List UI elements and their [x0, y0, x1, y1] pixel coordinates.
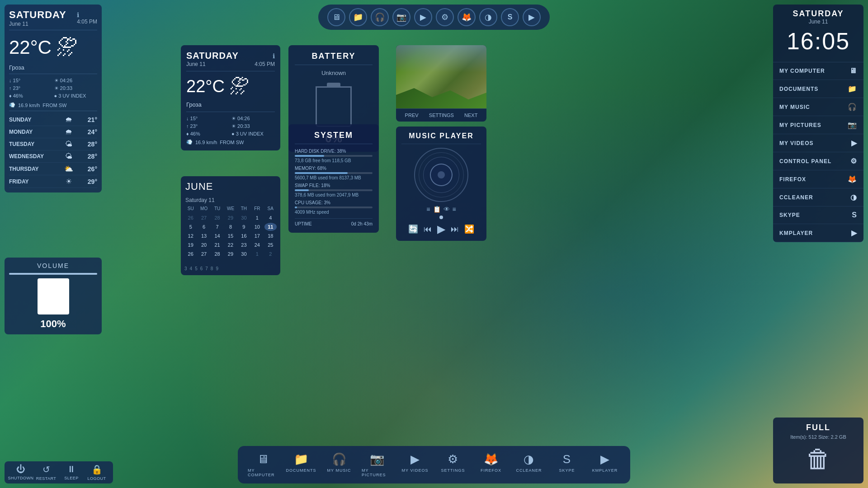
- music-list-btn[interactable]: 📋: [433, 206, 441, 213]
- music-eq-btn[interactable]: ≡: [426, 206, 430, 213]
- top-video-btn[interactable]: ▶: [414, 8, 432, 26]
- right-menu: MY COMPUTER🖥DOCUMENTS📁MY MUSIC🎧MY PICTUR…: [773, 62, 863, 242]
- music-prev-btn[interactable]: ⏮: [424, 225, 432, 234]
- calendar-day[interactable]: 10: [251, 223, 263, 231]
- left-weather-icon: ⛈: [56, 35, 78, 60]
- swap-bar: [295, 189, 373, 191]
- bottom-btn-my-pictures[interactable]: 📷MY PICTURES: [359, 450, 395, 480]
- music-more-btn[interactable]: ≡: [453, 206, 456, 213]
- calendar-day[interactable]: 29: [224, 250, 236, 258]
- day-su: SU: [184, 205, 197, 212]
- right-menu-item-ccleaner[interactable]: CCLEANER◑: [773, 188, 863, 206]
- calendar-day[interactable]: 1: [251, 214, 263, 222]
- calendar-day[interactable]: 27: [198, 214, 210, 222]
- photo-settings-btn[interactable]: SETTINGS: [429, 113, 454, 118]
- music-next-btn[interactable]: ⏭: [451, 225, 459, 234]
- calendar-day[interactable]: 5: [184, 223, 197, 231]
- bottom-btn-skype[interactable]: SSKYPE: [549, 450, 585, 480]
- calendar-day[interactable]: 21: [211, 241, 223, 249]
- top-kmplayer-btn[interactable]: ▶: [523, 8, 541, 26]
- right-menu-icon: ▶: [851, 229, 857, 237]
- bottom-btn-my-videos[interactable]: ▶MY VIDEOS: [397, 450, 433, 480]
- top-firefox-btn[interactable]: 🦊: [458, 8, 476, 26]
- calendar-day[interactable]: 24: [251, 241, 263, 249]
- calendar-day[interactable]: 26: [184, 214, 197, 222]
- calendar-day[interactable]: 28: [211, 250, 223, 258]
- bottom-btn-ccleaner[interactable]: ◑CCLEANER: [511, 450, 547, 480]
- calendar-day[interactable]: 28: [211, 214, 223, 222]
- bottom-btn-icon-my-pictures: 📷: [370, 452, 385, 466]
- right-menu-item-firefox[interactable]: FIREFOX🦊: [773, 170, 863, 188]
- bottom-btn-my-music[interactable]: 🎧MY MUSIC: [321, 450, 357, 480]
- sys-btn-logout[interactable]: 🔒LOGOUT: [85, 464, 108, 481]
- calendar-day[interactable]: 19: [184, 241, 197, 249]
- right-menu-item-my-computer[interactable]: MY COMPUTER🖥: [773, 62, 863, 80]
- calendar-day[interactable]: 16: [238, 232, 250, 240]
- bottom-btn-my-computer[interactable]: 🖥MY COMPUTER: [245, 450, 281, 480]
- w2-date: June 11: [186, 61, 206, 67]
- bottom-btn-settings[interactable]: ⚙SETTINGS: [435, 450, 471, 480]
- calendar-day[interactable]: 2: [264, 250, 277, 258]
- sunrise: ☀ 04:26: [54, 78, 98, 84]
- right-menu-label: DOCUMENTS: [779, 86, 818, 92]
- calendar-day[interactable]: 25: [264, 241, 277, 249]
- calendar-day[interactable]: 20: [198, 241, 210, 249]
- calendar-day[interactable]: 23: [238, 241, 250, 249]
- w2-info-icon[interactable]: ℹ: [273, 52, 275, 60]
- calendar-day[interactable]: 29: [224, 214, 236, 222]
- calendar-day[interactable]: 27: [198, 250, 210, 258]
- bottom-btn-label-skype: SKYPE: [559, 468, 575, 473]
- right-menu-item-documents[interactable]: DOCUMENTS📁: [773, 80, 863, 98]
- right-menu-item-my-videos[interactable]: MY VIDEOS▶: [773, 134, 863, 152]
- calendar-day[interactable]: 18: [264, 232, 277, 240]
- calendar-day[interactable]: 30: [238, 214, 250, 222]
- right-menu-label: KMPLAYER: [779, 230, 813, 236]
- volume-bar-container[interactable]: [9, 273, 97, 275]
- right-menu-item-my-pictures[interactable]: MY PICTURES📷: [773, 116, 863, 134]
- calendar-day[interactable]: 7: [211, 223, 223, 231]
- top-ccleaner-btn[interactable]: ◑: [479, 8, 497, 26]
- top-camera-btn[interactable]: 📷: [392, 8, 410, 26]
- right-menu-item-skype[interactable]: SKYPES: [773, 206, 863, 224]
- photo-next-btn[interactable]: NEXT: [464, 113, 477, 118]
- calendar-day[interactable]: 6: [198, 223, 210, 231]
- music-visual-btn[interactable]: 👁: [443, 206, 450, 213]
- uptime-row: UPTIME 0d 2h 43m: [295, 218, 373, 226]
- mem-bar-fill: [295, 172, 348, 174]
- music-icon-row: ≡ 📋 👁 ≡: [401, 206, 481, 213]
- right-menu-item-control-panel[interactable]: CONTROL PANEL⚙: [773, 152, 863, 170]
- top-settings-btn[interactable]: ⚙: [436, 8, 454, 26]
- calendar-day[interactable]: 17: [251, 232, 263, 240]
- calendar-day[interactable]: 9: [238, 223, 250, 231]
- sys-btn-sleep[interactable]: ⏸SLEEP: [60, 464, 83, 481]
- left-weather-time: 4:05 PM: [77, 19, 97, 25]
- bottom-btn-documents[interactable]: 📁DOCUMENTS: [283, 450, 319, 480]
- bottom-btn-firefox[interactable]: 🦊FIREFOX: [473, 450, 509, 480]
- sys-btn-shutdown[interactable]: ⏻SHUTDOWN: [9, 464, 33, 481]
- right-menu-item-kmplayer[interactable]: KMPLAYER▶: [773, 224, 863, 242]
- calendar-day[interactable]: 8: [224, 223, 236, 231]
- calendar-day[interactable]: 4: [264, 214, 277, 222]
- calendar-day[interactable]: 14: [211, 232, 223, 240]
- music-repeat-btn[interactable]: 🔄: [408, 224, 418, 234]
- trash-icon[interactable]: 🗑: [778, 444, 858, 474]
- calendar-day[interactable]: 11: [264, 223, 277, 231]
- top-documents-btn[interactable]: 📁: [349, 8, 367, 26]
- top-computer-btn[interactable]: 🖥: [327, 8, 345, 26]
- calendar-day[interactable]: 15: [224, 232, 236, 240]
- music-play-btn[interactable]: ▶: [437, 223, 445, 235]
- music-shuffle-btn[interactable]: 🔀: [464, 224, 474, 234]
- right-menu-item-my-music[interactable]: MY MUSIC🎧: [773, 98, 863, 116]
- calendar-day[interactable]: 22: [224, 241, 236, 249]
- calendar-day[interactable]: 26: [184, 250, 197, 258]
- calendar-day[interactable]: 1: [251, 250, 263, 258]
- calendar-day[interactable]: 13: [198, 232, 210, 240]
- bottom-btn-kmplayer[interactable]: ▶KMPLAYER: [587, 450, 623, 480]
- top-skype-btn[interactable]: S: [501, 8, 519, 26]
- photo-prev-btn[interactable]: PREV: [405, 113, 419, 118]
- calendar-day[interactable]: 12: [184, 232, 197, 240]
- info-icon[interactable]: ℹ: [77, 11, 97, 19]
- top-music-btn[interactable]: 🎧: [371, 8, 389, 26]
- calendar-day[interactable]: 30: [238, 250, 250, 258]
- sys-btn-restart[interactable]: ↺RESTART: [34, 464, 58, 481]
